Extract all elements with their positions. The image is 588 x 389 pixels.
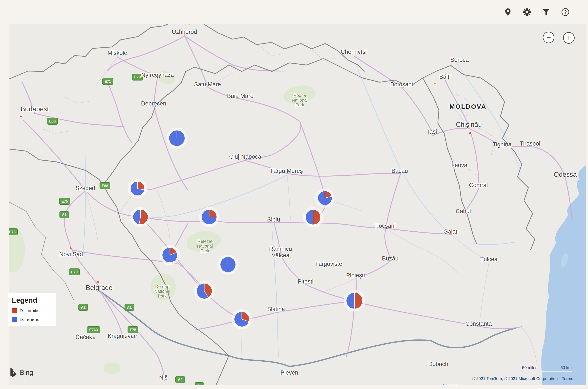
- map-label: Cahul: [456, 208, 471, 214]
- map-label: Pitești: [297, 278, 314, 285]
- map-label: Tiraspol: [520, 140, 540, 147]
- map-label: Cluj-Napoca: [229, 154, 261, 160]
- svg-text:E75: E75: [130, 328, 136, 332]
- road-shield: E75: [128, 326, 138, 333]
- settings-button[interactable]: [522, 7, 532, 17]
- map-label: Bălți: [439, 74, 451, 80]
- bing-logo[interactable]: Bing: [9, 368, 33, 378]
- map-label: Niš: [159, 374, 168, 381]
- map-label: Varna: [443, 383, 458, 389]
- map-label: Uzhhorod: [172, 29, 197, 35]
- map-label: Odessa: [554, 171, 577, 178]
- terms-link[interactable]: Terms: [562, 376, 573, 381]
- pie-chart[interactable]: [233, 310, 251, 328]
- map-label: Budapest: [21, 105, 49, 113]
- focus-pin-button[interactable]: [503, 7, 512, 17]
- map-label: Galați: [443, 228, 459, 235]
- road-shield: E763: [87, 326, 100, 333]
- svg-text:E75: E75: [61, 199, 68, 203]
- map-label: Slatina: [267, 306, 285, 312]
- svg-text:E60: E60: [49, 119, 56, 123]
- city-dot: [97, 281, 100, 283]
- map-label: Comrat: [469, 182, 488, 188]
- map-label: Botoșani: [390, 81, 413, 88]
- map-label: Ploiești: [346, 272, 365, 279]
- help-button[interactable]: ?: [561, 7, 570, 17]
- road-shield: A1: [125, 304, 134, 311]
- map-label: Szeged: [75, 185, 95, 191]
- svg-text:E71: E71: [105, 79, 111, 84]
- road-shield: E60: [47, 118, 58, 125]
- legend-box: Legend D. immitisD. repens: [8, 293, 56, 326]
- svg-text:E73: E73: [9, 230, 15, 234]
- pie-chart[interactable]: [161, 246, 179, 264]
- map-label: Leova: [451, 162, 468, 168]
- map-label: Tulcea: [480, 256, 498, 262]
- scale-km-bar: [542, 371, 572, 372]
- map-label: Focșani: [375, 223, 396, 229]
- funnel-icon: [542, 8, 551, 16]
- map-label: Soroca: [450, 57, 469, 63]
- map-canvas[interactable]: E71 E79 E60 E68 E75 A1 E73 E70 A2 A1 E76…: [0, 0, 588, 389]
- svg-text:E70: E70: [71, 270, 77, 274]
- question-mark-icon: ?: [561, 7, 570, 17]
- map-label: Kragujevac: [108, 333, 137, 339]
- map-label: Constanța: [465, 321, 492, 327]
- road-shield: E68: [100, 183, 110, 189]
- svg-text:E68: E68: [102, 184, 108, 188]
- svg-text:A2: A2: [81, 305, 85, 310]
- map-label: Târgoviște: [315, 261, 342, 267]
- filter-button[interactable]: [542, 7, 551, 17]
- pie-chart[interactable]: [131, 208, 149, 226]
- bing-label: Bing: [20, 369, 33, 377]
- map-label: Dobrich: [428, 361, 448, 367]
- location-pin-icon: [504, 8, 512, 16]
- pie-chart[interactable]: [219, 256, 237, 274]
- svg-text:A4: A4: [197, 384, 202, 388]
- gear-icon: [523, 8, 531, 16]
- map-label: Chișinău: [456, 121, 482, 128]
- scale-km-label: 50 km: [560, 365, 572, 370]
- legend-item[interactable]: D. repens: [12, 317, 52, 322]
- road-shield: A4: [195, 383, 204, 389]
- map-label: Debrecen: [141, 100, 166, 107]
- map-label: Chernivtsi: [341, 49, 367, 55]
- map-attribution: © 2021 TomTom, © 2021 Microsoft Corporat…: [472, 376, 573, 381]
- map-label: Sibiu: [267, 216, 280, 223]
- city-dot: [469, 132, 472, 134]
- road-shield: A4: [176, 376, 185, 383]
- pie-chart[interactable]: [195, 282, 214, 300]
- bing-icon: [9, 368, 18, 378]
- map-label: Satu Mare: [194, 81, 221, 88]
- city-dot: [93, 337, 95, 339]
- city-dot: [70, 247, 72, 250]
- map-label: Miskolc: [108, 50, 127, 56]
- pie-chart[interactable]: [168, 129, 186, 147]
- map-label: Bacău: [392, 168, 408, 174]
- map-scale: 50 miles 50 km: [505, 365, 572, 372]
- map-label: RâmnicuVâlcea: [269, 246, 292, 259]
- zoom-in-button[interactable]: +: [563, 32, 575, 44]
- legend-swatch: [12, 317, 17, 322]
- map-label: Târgu Mureș: [270, 168, 303, 174]
- map-label: MOLDOVA: [449, 103, 486, 110]
- pie-chart[interactable]: [129, 180, 146, 197]
- pie-chart[interactable]: [316, 190, 333, 207]
- visual-toolbar: ?: [0, 0, 588, 24]
- svg-text:A1: A1: [127, 305, 132, 310]
- map-label: Pleven: [281, 369, 298, 376]
- legend-item[interactable]: D. immitis: [12, 308, 52, 313]
- pie-chart[interactable]: [200, 208, 218, 226]
- map-label: Buzău: [382, 255, 399, 262]
- svg-text:?: ?: [564, 9, 567, 15]
- svg-text:A1: A1: [62, 213, 67, 217]
- map-label: Čačak: [76, 334, 92, 340]
- pie-chart[interactable]: [304, 208, 322, 226]
- legend-swatch: [12, 308, 17, 313]
- city-dot: [434, 82, 436, 85]
- pie-chart[interactable]: [345, 291, 364, 310]
- legend-item-label: D. immitis: [20, 308, 39, 313]
- zoom-out-button[interactable]: −: [543, 32, 554, 43]
- svg-text:E79: E79: [134, 75, 141, 79]
- road-shield: E75: [59, 198, 70, 204]
